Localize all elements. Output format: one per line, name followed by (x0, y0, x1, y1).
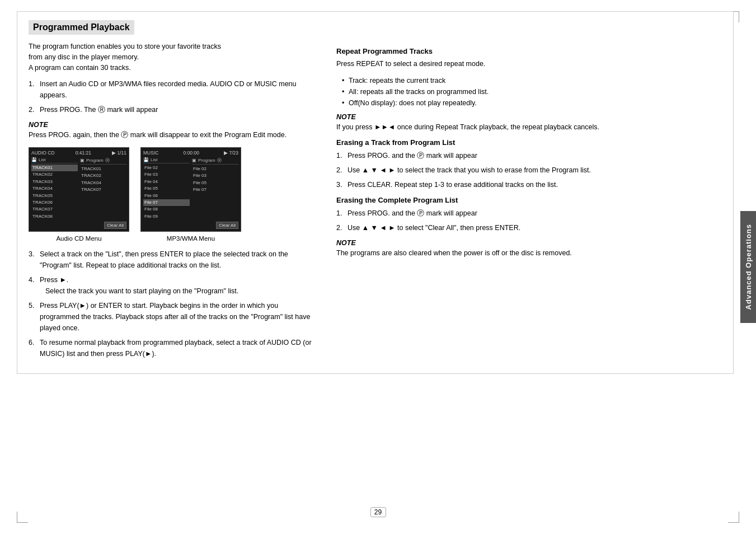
after-screen-steps: 3. Select a track on the "List", then pr… (29, 249, 320, 359)
right-column: Repeat Programmed Tracks Press REPEAT to… (336, 41, 722, 365)
erase-complete-step-1: 1. Press PROG. and the Ⓟ mark will appea… (336, 208, 722, 219)
mp3-file-row-3: File 04 (143, 179, 190, 185)
audio-cd-screen-wrapper: AUDIO CD 0:41:21 ▶ 1/11 💾 List TRACK01 (29, 147, 129, 242)
repeat-bullets: Track: repeats the current track All: re… (342, 75, 722, 109)
mp3-screen-header: MUSIC 0:00:00 ▶ 7/23 (143, 150, 238, 156)
erase-track-title: Erasing a Track from Program List (336, 138, 722, 147)
erase-complete-steps: 1. Press PROG. and the Ⓟ mark will appea… (336, 208, 722, 233)
erase-track-step-2: 2. Use ▲ ▼ ◄ ► to select the track that … (336, 165, 722, 176)
mp3-prog-row-1: File 02 (192, 166, 238, 172)
mp3-file-row-7: File 08 (143, 206, 190, 213)
repeat-bullet-3: Off(No display): does not play repeatedl… (342, 97, 722, 109)
audio-cd-screen: AUDIO CD 0:41:21 ▶ 1/11 💾 List TRACK01 (29, 147, 129, 232)
erase-complete-title: Erasing the Complete Program List (336, 196, 722, 204)
mp3-file-row-1: File 02 (143, 165, 190, 171)
side-tab-label: Advanced Operations (744, 224, 753, 310)
audio-header-time: 0:41:21 (76, 150, 91, 156)
two-column-layout: The program function enables you to stor… (29, 41, 722, 365)
audio-header-label: AUDIO CD (31, 150, 55, 156)
page-number: 29 (370, 507, 386, 517)
audio-header-num: ▶ 1/11 (112, 150, 126, 156)
mp3-header-num: ▶ 7/23 (224, 150, 238, 156)
audio-prog-row-3: TRACK04 (80, 180, 126, 186)
audio-cd-caption: Audio CD Menu (56, 235, 101, 242)
mp3-header-time: 0:00:00 (184, 150, 199, 156)
audio-track-row-6: TRACK06 (31, 199, 78, 206)
mp3-file-row-2: File 03 (143, 171, 190, 178)
audio-screen-cols: 💾 List TRACK01 TRACK02 TRACK03 TRACK04 T… (31, 157, 126, 220)
audio-list-col: 💾 List TRACK01 TRACK02 TRACK03 TRACK04 T… (31, 157, 78, 220)
erase-complete-step-2: 2. Use ▲ ▼ ◄ ► to select "Clear All", th… (336, 222, 722, 233)
audio-prog-row-2: TRACK02 (80, 172, 126, 179)
main-content-box: Programmed Playback The program function… (17, 11, 734, 374)
mp3-screen-footer: Clear All (143, 222, 238, 229)
step-5: 5. Press PLAY(►) or ENTER to start. Play… (29, 300, 320, 334)
mp3-screen: MUSIC 0:00:00 ▶ 7/23 💾 List File 02 (140, 147, 241, 232)
audio-prog-row-1: TRACK01 (80, 166, 126, 172)
audio-track-row-8: TRACK08 (31, 213, 78, 220)
step-1: 1. Insert an Audio CD or MP3/WMA files r… (29, 78, 320, 101)
audio-track-row-7: TRACK07 (31, 206, 78, 213)
audio-track-row-1: TRACK01 (31, 165, 78, 171)
mp3-file-row-6: File 07 (143, 199, 190, 206)
step-3: 3. Select a track on the "List", then pr… (29, 249, 320, 271)
mp3-program-col: ▣ Program Ⓡ File 02 File 03 File 05 File… (192, 157, 238, 220)
step-6: 6. To resume normal playback from progra… (29, 337, 320, 359)
audio-track-row-5: TRACK05 (31, 193, 78, 199)
mp3-screen-cols: 💾 List File 02 File 03 File 04 File 05 F… (143, 157, 238, 220)
mp3-header-label: MUSIC (143, 150, 158, 156)
repeat-intro: Press REPEAT to select a desired repeat … (336, 59, 722, 69)
repeat-bullet-1: Track: repeats the current track (342, 75, 722, 86)
step-4: 4. Press ►. Select the track you want to… (29, 274, 320, 297)
mp3-file-row-8: File 09 (143, 213, 190, 220)
note-text-right-2: The programs are also cleared when the p… (336, 248, 722, 259)
audio-screen-footer: Clear All (31, 222, 126, 229)
mp3-prog-row-2: File 03 (192, 172, 238, 179)
side-tab: Advanced Operations (740, 211, 756, 323)
section-title: Programmed Playback (29, 20, 134, 35)
mp3-clear-btn: Clear All (216, 222, 238, 229)
audio-program-col: ▣ Program Ⓡ TRACK01 TRACK02 TRACK04 TRAC… (80, 157, 126, 220)
corner-mark-bl (17, 512, 28, 523)
audio-track-row-4: TRACK04 (31, 185, 78, 192)
note-label-right-2: NOTE (336, 239, 722, 247)
left-column: The program function enables you to stor… (29, 41, 320, 365)
initial-steps-list: 1. Insert an Audio CD or MP3/WMA files r… (29, 78, 320, 115)
intro-text: The program function enables you to stor… (29, 41, 320, 73)
audio-screen-header: AUDIO CD 0:41:21 ▶ 1/11 (31, 150, 126, 156)
mp3-screen-wrapper: MUSIC 0:00:00 ▶ 7/23 💾 List File 02 (140, 147, 241, 242)
mp3-caption: MP3/WMA Menu (167, 235, 215, 242)
note-text-right-1: If you press ►►◄ once during Repeat Trac… (336, 122, 722, 133)
screens-container: AUDIO CD 0:41:21 ▶ 1/11 💾 List TRACK01 (29, 147, 320, 242)
note-label-1: NOTE (29, 121, 320, 129)
step-2: 2. Press PROG. The Ⓡ mark will appear (29, 104, 320, 115)
audio-prog-row-4: TRACK07 (80, 186, 126, 193)
audio-track-row-2: TRACK02 (31, 171, 78, 178)
audio-track-row-3: TRACK03 (31, 179, 78, 185)
mp3-prog-row-4: File 07 (192, 186, 238, 193)
erase-track-steps: 1. Press PROG. and the Ⓟ mark will appea… (336, 150, 722, 190)
note-label-right-1: NOTE (336, 113, 722, 121)
repeat-title: Repeat Programmed Tracks (336, 47, 722, 55)
mp3-file-row-5: File 06 (143, 193, 190, 199)
corner-mark-br (728, 512, 739, 523)
audio-clear-btn: Clear All (104, 222, 126, 229)
erase-track-step-3: 3. Press CLEAR. Repeat step 1-3 to erase… (336, 179, 722, 190)
mp3-list-col: 💾 List File 02 File 03 File 04 File 05 F… (143, 157, 190, 220)
mp3-file-row-4: File 05 (143, 185, 190, 192)
mp3-prog-row-3: File 05 (192, 180, 238, 186)
erase-track-step-1: 1. Press PROG. and the Ⓟ mark will appea… (336, 150, 722, 161)
repeat-bullet-2: All: repeats all the tracks on programme… (342, 86, 722, 97)
note-text-1: Press PROG. again, then the Ⓟ mark will … (29, 130, 320, 140)
